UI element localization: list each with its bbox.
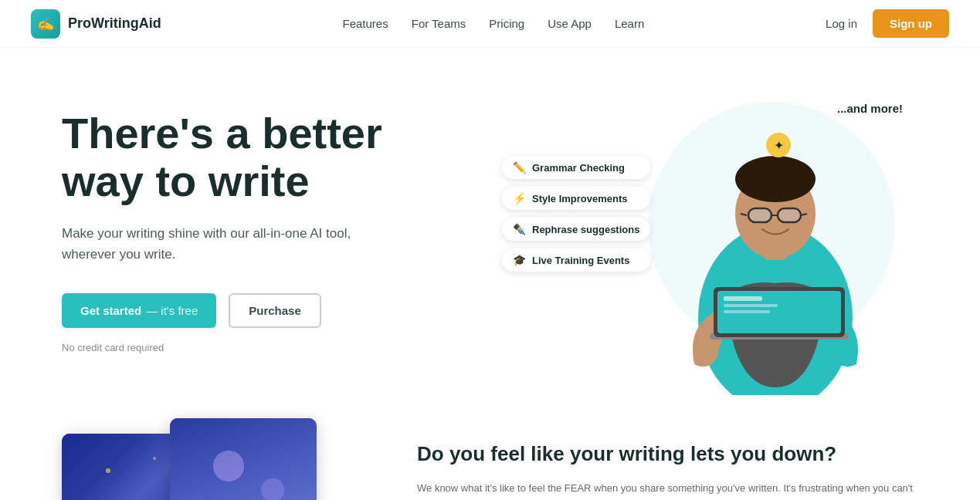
pill-style: ⚡ Style Improvements	[502, 187, 650, 210]
nav-link-learn[interactable]: Learn	[615, 17, 644, 30]
nav-actions: Log in Sign up	[826, 9, 949, 38]
style-icon: ⚡	[513, 192, 526, 204]
nav-link-use-app[interactable]: Use App	[548, 17, 592, 30]
purchase-button[interactable]: Purchase	[229, 293, 321, 328]
get-started-button[interactable]: Get started — it's free	[62, 293, 216, 328]
sparkle-icon: ✦	[766, 133, 791, 157]
logo-text: ProWritingAid	[68, 15, 161, 32]
lower-text: We know what it's like to feel the FEAR …	[417, 480, 918, 500]
hero-title: There's a better way to write	[62, 110, 487, 204]
svg-point-3	[735, 156, 816, 202]
painting-front	[170, 418, 317, 500]
login-button[interactable]: Log in	[826, 17, 857, 30]
nav-links: Features For Teams Pricing Use App Learn	[343, 17, 645, 30]
nav-link-features[interactable]: Features	[343, 17, 388, 30]
lower-section: My idea in my head Do you feel like your…	[0, 418, 980, 500]
svg-rect-4	[748, 208, 771, 222]
lower-images: My idea in my head	[62, 418, 355, 500]
pill-rephrase: ✒️ Rephrase suggestions	[502, 218, 650, 241]
pill-grammar: ✏️ Grammar Checking	[502, 156, 650, 179]
svg-rect-12	[724, 296, 762, 301]
hero-subtitle: Make your writing shine with our all-in-…	[62, 223, 355, 265]
nav-link-pricing[interactable]: Pricing	[489, 17, 524, 30]
navbar: ✍ ProWritingAid Features For Teams Prici…	[0, 0, 980, 48]
feature-pills: ✏️ Grammar Checking ⚡ Style Improvements…	[502, 156, 650, 272]
and-more-text: ...and more!	[837, 102, 903, 115]
hero-image: ✦ ...and more! ✏️ Grammar Checking ⚡ Sty…	[487, 94, 918, 387]
lower-title: Do you feel like your writing lets you d…	[417, 441, 918, 468]
training-icon: 🎓	[513, 254, 526, 266]
svg-rect-13	[724, 304, 778, 307]
pill-training: 🎓 Live Training Events	[502, 248, 650, 272]
hero-buttons: Get started — it's free Purchase	[62, 293, 487, 328]
grammar-icon: ✏️	[513, 161, 526, 174]
svg-rect-5	[778, 208, 801, 222]
logo-icon: ✍	[31, 9, 60, 39]
hero-content: There's a better way to write Make your …	[62, 94, 487, 353]
no-credit-text: No credit card required	[62, 342, 487, 353]
lower-content: Do you feel like your writing lets you d…	[417, 418, 918, 500]
hero-section: There's a better way to write Make your …	[0, 48, 980, 418]
svg-rect-14	[724, 310, 770, 313]
nav-link-for-teams[interactable]: For Teams	[412, 17, 466, 30]
logo[interactable]: ✍ ProWritingAid	[31, 9, 161, 39]
rephrase-icon: ✒️	[513, 223, 526, 235]
signup-button[interactable]: Sign up	[873, 9, 949, 38]
